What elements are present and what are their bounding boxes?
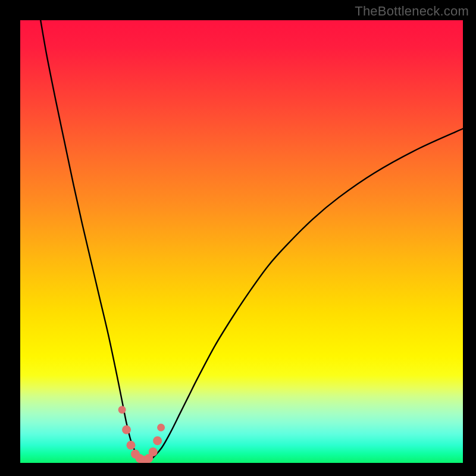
bottleneck-curve [20, 20, 463, 463]
watermark-text: TheBottleneck.com [355, 4, 469, 19]
curve-dot [153, 436, 162, 445]
chart-frame: TheBottleneck.com [0, 0, 476, 476]
curve-dot [157, 424, 165, 431]
curve-path [40, 20, 463, 461]
curve-dot [122, 425, 131, 434]
curve-dot [118, 406, 126, 414]
curve-dot [149, 447, 158, 456]
plot-area [20, 20, 463, 463]
curve-dot [127, 441, 136, 450]
